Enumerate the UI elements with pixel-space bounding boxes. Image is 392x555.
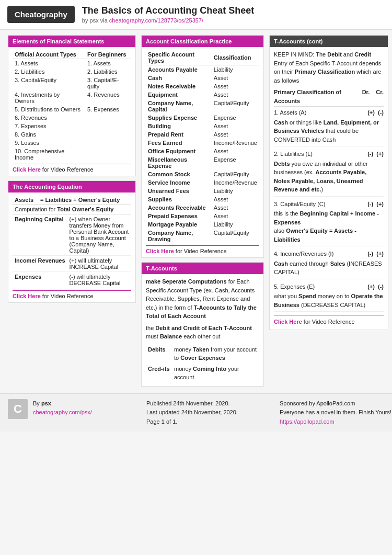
col3: T-Accounts (cont) KEEP IN MIND: The Debi… bbox=[267, 35, 391, 391]
list-item: Notes ReceivableAsset bbox=[146, 82, 259, 90]
account-type: Office Equipment bbox=[146, 147, 212, 155]
classification-click-here-line: Click Here for Video Reference bbox=[146, 245, 259, 254]
header-url[interactable]: cheatography.com/128773/cs/25357/ bbox=[109, 17, 203, 24]
assets-signs: (+) (-) bbox=[367, 108, 384, 117]
account-type: Supplies Expense bbox=[146, 114, 212, 122]
equity-row: Beginning Capital(+) when Owner transfer… bbox=[13, 214, 131, 256]
account-type: Mortgage Payable bbox=[146, 220, 212, 229]
table-row: 10. Comprehensive Income bbox=[13, 147, 131, 162]
account-classification: Capital/Equity bbox=[212, 170, 259, 178]
classification-section: Account Classification Practice Specific… bbox=[141, 35, 264, 258]
account-classification: Asset bbox=[212, 74, 259, 82]
financial-statements-section: Elements of Financial Statements Officia… bbox=[8, 35, 136, 176]
accounting-section-header: The Accounting Equation bbox=[8, 181, 135, 192]
table-row: 9. Losses bbox=[13, 139, 131, 147]
income-number: 4. Income/Revenues (I) bbox=[274, 250, 333, 258]
account-classification: Liability bbox=[212, 220, 259, 229]
account-type: Accounts Payable bbox=[146, 65, 212, 74]
list-item: Mortgage PayableLiability bbox=[146, 220, 259, 229]
equity-text: (+) when Owner transfers Money from Pers… bbox=[67, 214, 131, 256]
logo: Cheatography bbox=[7, 6, 75, 23]
byline: by psx via cheatography.com/128773/cs/25… bbox=[82, 17, 254, 24]
t-cont-click-here[interactable]: Click Here bbox=[274, 319, 302, 325]
t-accounts-section: T-Accounts make Seperate Computations fo… bbox=[141, 262, 264, 387]
accounting-equation-section: The Accounting Equation Assets = Liabili… bbox=[8, 180, 136, 303]
assets-label: Assets bbox=[13, 196, 38, 204]
accounting-click-here[interactable]: Click Here bbox=[13, 293, 41, 299]
t-cont-click-here-line: Click Here for Video Reference bbox=[274, 315, 384, 326]
equity-label: Income/ Revenues bbox=[13, 256, 67, 272]
t-entry-capital-row: 3. Capital/Equity (C) (-) (+) bbox=[274, 200, 384, 209]
classification-click-here-text: for Video Reference bbox=[174, 248, 227, 254]
equity-text: (-) will ultimately DECREASE Capital bbox=[67, 272, 131, 288]
header: Cheatography The Basics of Accounting Ch… bbox=[0, 0, 392, 30]
list-item: EquipmentAsset bbox=[146, 90, 259, 99]
account-classification: Expense bbox=[212, 114, 259, 122]
financial-click-here[interactable]: Click Here bbox=[13, 166, 41, 173]
account-name: 3. Capital/Equity bbox=[13, 76, 85, 90]
table-row: 3. Capital/Equity3. Capital/E-quity bbox=[13, 76, 131, 90]
classification-click-here[interactable]: Click Here bbox=[146, 248, 174, 254]
expenses-desc: what you Spend money on to Operate the B… bbox=[274, 292, 384, 309]
t-entry-expenses-row: 5. Expenses (E) (+) (-) bbox=[274, 282, 384, 291]
credits-label: Cred-its bbox=[146, 364, 172, 383]
list-item: Accounts PayableLiability bbox=[146, 65, 259, 74]
table-row: 6. Revenues bbox=[13, 114, 131, 122]
page-title: The Basics of Accounting Cheat Sheet bbox=[82, 5, 254, 16]
col1: Elements of Financial Statements Officia… bbox=[5, 35, 139, 391]
account-type: Miscellaneous Expense bbox=[146, 155, 212, 170]
footer-published: Published 24th November, 2020. bbox=[146, 399, 274, 409]
footer-author-url[interactable]: cheatography.com/psx/ bbox=[33, 409, 92, 415]
list-item: Prepaid ExpensesAsset bbox=[146, 212, 259, 220]
account-type: Fees Earned bbox=[146, 139, 212, 147]
debits-label: Debits bbox=[146, 344, 172, 364]
classification-header: Account Classification Practice bbox=[142, 36, 263, 47]
t-entry-income: 4. Income/Revenues (I) (-) (+) Cash earn… bbox=[274, 250, 384, 279]
t-accounts-cont-header: T-Accounts (cont) bbox=[270, 36, 388, 47]
main-grid: Elements of Financial Statements Officia… bbox=[0, 30, 392, 391]
list-item: CashAsset bbox=[146, 74, 259, 82]
account-type: Accounts Receivable bbox=[146, 203, 212, 212]
t-accounts-body: make Seperate Computations for Each Spec… bbox=[142, 274, 263, 386]
accounting-click-here-text: for Video Reference bbox=[41, 293, 94, 299]
account-name: 5. Distributions to Owners bbox=[13, 105, 85, 114]
account-type: Company Name, Drawing bbox=[146, 229, 212, 243]
list-item: Accounts ReceivableAsset bbox=[146, 203, 259, 212]
list-item: SuppliesAsset bbox=[146, 195, 259, 203]
footer-updated: Last updated 24th November, 2020. bbox=[146, 408, 274, 417]
financial-click-here-text: for Video Reference bbox=[41, 166, 94, 173]
account-name: 8. Gains bbox=[13, 130, 85, 139]
assets-number: 1. Assets (A) bbox=[274, 108, 306, 117]
account-name: 9. Losses bbox=[13, 139, 85, 147]
table-row: 2. Liabilities2. Liabilities bbox=[13, 67, 131, 76]
income-desc: Cash earned through Sales (INCREASES CAP… bbox=[274, 259, 384, 277]
t-accounts-cont-body: KEEP IN MIND: The Debit and Credit Entry… bbox=[270, 47, 388, 330]
list-item: Service IncomeIncome/Revenue bbox=[146, 178, 259, 187]
footer-sponsor-url[interactable]: https://apollopad.com bbox=[280, 418, 335, 425]
accounting-section-body: Assets = Liabilities + Owner's Equity Co… bbox=[8, 192, 135, 302]
assets-desc: Cash or things like Land, Equipment, or … bbox=[274, 118, 384, 144]
account-classification: Income/Revenue bbox=[212, 178, 259, 187]
account-type: Building bbox=[146, 122, 212, 130]
account-name: 2. Liabilities bbox=[13, 67, 85, 76]
footer-sponsored-by: Sponsored by ApolloPad.com bbox=[280, 399, 392, 409]
expenses-signs: (+) (-) bbox=[367, 282, 384, 291]
financial-section-body: Official Account Types For Beginners 1. … bbox=[8, 47, 135, 176]
list-item: Prepaid RentAsset bbox=[146, 130, 259, 139]
list-item: Office EquipmentAsset bbox=[146, 147, 259, 155]
equity-row: Income/ Revenues(+) will ultimately INCR… bbox=[13, 256, 131, 272]
primary-label: Primary Classification of Accounts bbox=[274, 88, 362, 105]
list-item: Common StockCapital/Equity bbox=[146, 170, 259, 178]
t-accounts-para1: make Seperate Computations for Each Spec… bbox=[146, 277, 259, 321]
dr-label: Dr. bbox=[362, 88, 370, 105]
account-beginner bbox=[85, 122, 131, 130]
footer-logo-letter: C bbox=[8, 399, 28, 419]
financial-click-here-line: Click Here for Video Reference bbox=[13, 164, 131, 173]
equity-text: (+) will ultimately INCREASE Capital bbox=[67, 256, 131, 272]
account-classification: Asset bbox=[212, 203, 259, 212]
t-accounts-header: T-Accounts bbox=[142, 263, 263, 274]
equity-label: Expenses bbox=[13, 272, 67, 288]
account-beginner bbox=[85, 130, 131, 139]
account-beginner bbox=[85, 147, 131, 162]
account-name: 6. Revenues bbox=[13, 114, 85, 122]
